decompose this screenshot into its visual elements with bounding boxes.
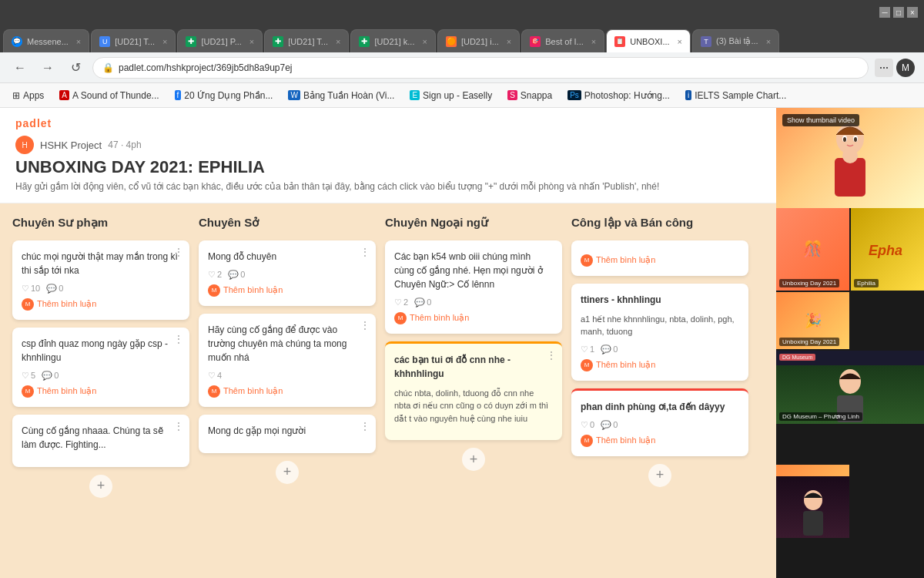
comment-btn-cl-1[interactable]: M Thêm bình luận [581, 254, 739, 267]
ext-icon-1[interactable]: ⋯ [875, 59, 893, 77]
padlet-subtitle: Hãy gửi gắm lời động viên, cổ vũ tới các… [15, 180, 761, 193]
tab-favicon-ud21-4: ✚ [359, 36, 370, 47]
tab-favicon-best: 🎯 [530, 36, 541, 47]
card-more-so-3[interactable]: ⋮ [360, 421, 370, 432]
url-bar[interactable]: 🔒 padlet.com/hshkproject/369jb5dh8a9up7e… [92, 57, 869, 79]
heart-icon-so-1[interactable]: ♡ 2 [208, 270, 222, 280]
card-sp-2: ⋮ csp đỉnh quaz mong ngày gặp csp - khnh… [12, 328, 189, 407]
minimize-button[interactable]: ─ [879, 7, 890, 18]
show-thumbnail-label[interactable]: Show thumbnail video [782, 114, 859, 126]
video-cell-4: DG Museum DG Museum – Phương Linh [776, 351, 924, 464]
tab-ud21-5[interactable]: 🟠 [UD21] i... × [437, 29, 520, 52]
tab-best[interactable]: 🎯 Best of I... × [521, 29, 604, 52]
close-button[interactable]: × [907, 7, 918, 18]
card-more-sp-2[interactable]: ⋮ [174, 334, 183, 344]
heart-icon-cl-3[interactable]: ♡ 0 [581, 420, 594, 430]
refresh-button[interactable]: ↺ [65, 57, 86, 79]
comment-icon-nn-1[interactable]: 💬 0 [414, 297, 431, 307]
bookmark-photoshop-label: Photoshop: Hướng... [584, 90, 670, 101]
heart-icon-sp-2[interactable]: ♡ 5 [22, 371, 35, 381]
bookmark-easelly[interactable]: E Sign up - Easelly [403, 87, 498, 104]
add-icon-so[interactable]: + [276, 461, 299, 484]
column-ngoai-ngu: Chuyên Ngoại ngữ Các bạn k54 wnb oiii ch… [385, 213, 562, 564]
tab-bai-tap[interactable]: T (3) Bài tậ... × [692, 29, 779, 52]
card-more-so-1[interactable]: ⋮ [360, 247, 370, 257]
add-icon-sp[interactable]: + [89, 475, 112, 498]
tab-close-ud21-1[interactable]: × [162, 37, 167, 46]
bookmark-ielts[interactable]: i IELTS Sample Chart... [679, 87, 792, 104]
comment-btn-sp-2[interactable]: M Thêm bình luận [22, 385, 180, 398]
card-actions-so-1: ♡ 2 💬 0 [208, 270, 367, 280]
lock-icon: 🔒 [102, 62, 114, 73]
avatar-nn-1: M [394, 312, 407, 324]
heart-icon-cl-2[interactable]: ♡ 1 [581, 344, 594, 355]
tab-close-ud21-4[interactable]: × [422, 37, 427, 46]
tab-ud21-3[interactable]: ✚ [UD21] T... × [264, 29, 349, 52]
col-add-sp[interactable]: + [12, 475, 189, 498]
comment-btn-so-1[interactable]: M Thêm bình luận [208, 284, 367, 297]
ext-icon-profile[interactable]: M [896, 59, 915, 77]
browser-chrome: ─ □ × 💬 Messene... × U [UD21] T... × ✚ [… [0, 0, 924, 108]
comment-btn-so-2[interactable]: M Thêm bình luận [208, 385, 367, 398]
comment-btn-cl-2[interactable]: M Thêm bình luận [581, 359, 739, 371]
card-more-so-2[interactable]: ⋮ [360, 320, 370, 331]
card-more-nn-2[interactable]: ⋮ [547, 350, 556, 361]
bookmark-ung-dung[interactable]: f 20 Ứng Dụng Phần... [169, 87, 280, 104]
col-add-so[interactable]: + [199, 461, 376, 484]
bookmark-apps[interactable]: ⊞ Apps [6, 87, 50, 104]
card-nn-2: ⋮ các bạn tui ơi đỗ cnn nhe - khhnhlingu… [385, 341, 562, 441]
padlet-stats: 47 · 4ph [108, 139, 141, 150]
padlet-header: padlet H HSHK Project 47 · 4ph UNBOXING … [0, 108, 776, 203]
heart-icon-sp-1[interactable]: ♡ 10 [22, 284, 40, 294]
tab-ud21-2[interactable]: ✚ [UD21] P... × [177, 29, 263, 52]
tab-close-unboxing[interactable]: × [678, 37, 682, 46]
bookmark-sound[interactable]: A A Sound of Thunde... [53, 87, 165, 104]
padlet-columns: Chuyên Sư phạm ⋮ chúc mọi người thật may… [0, 203, 776, 573]
tab-close-ud21-2[interactable]: × [249, 37, 254, 46]
col-add-nn[interactable]: + [385, 448, 562, 471]
svg-rect-11 [803, 511, 823, 536]
card-cl-1: M Thêm bình luận [571, 240, 748, 276]
tab-ud21-1[interactable]: U [UD21] T... × [91, 29, 176, 52]
card-text-cl-3: phan dinh phùng ơi,ta đến dâyyy [581, 400, 739, 414]
heart-icon-nn-1[interactable]: ♡ 2 [394, 297, 408, 307]
anime-character-icon [819, 116, 881, 200]
tab-close-ud21-5[interactable]: × [507, 37, 511, 46]
card-more-sp-3[interactable]: ⋮ [174, 421, 183, 432]
col-add-cl[interactable]: + [571, 464, 748, 487]
add-icon-cl[interactable]: + [648, 464, 671, 487]
padlet-area: padlet H HSHK Project 47 · 4ph UNBOXING … [0, 108, 776, 578]
bookmark-bang-tuan-label: Bảng Tuần Hoàn (Vi... [303, 90, 395, 101]
tab-close-ud21-3[interactable]: × [336, 37, 340, 46]
comment-icon-sp-2[interactable]: 💬 0 [42, 371, 59, 381]
window-controls[interactable]: ─ □ × [879, 7, 918, 18]
comment-icon-cl-2[interactable]: 💬 0 [601, 344, 618, 355]
forward-button[interactable]: → [37, 57, 59, 79]
comment-icon-sp-1[interactable]: 💬 0 [46, 284, 63, 294]
bookmark-photoshop[interactable]: Ps Photoshop: Hướng... [561, 87, 676, 104]
comment-btn-sp-1[interactable]: M Thêm bình luận [22, 298, 180, 311]
tab-close-best[interactable]: × [591, 37, 596, 46]
maximize-button[interactable]: □ [893, 7, 904, 18]
tab-messenger[interactable]: 💬 Messene... × [3, 29, 89, 52]
bookmark-snappa[interactable]: S Snappa [501, 87, 558, 104]
heart-icon-so-2[interactable]: ♡ 4 [208, 371, 222, 381]
card-text-so-2: Hãy cùng cố gắng để được vào trường chuy… [208, 323, 367, 365]
video-content-5 [776, 465, 849, 538]
tab-unboxing[interactable]: 📋 UNBOXI... × [606, 29, 691, 52]
card-text-sp-3: Cùng cố gắng nhaaa. Chúng ta sẽ làm được… [22, 424, 180, 452]
video-panel: Show thumbnail video 🎊 Unboxing Day 2021… [776, 108, 924, 578]
tab-close-bai-tap[interactable]: × [766, 37, 771, 46]
tab-close-messenger[interactable]: × [76, 37, 81, 46]
comment-icon-cl-3[interactable]: 💬 0 [601, 420, 618, 430]
tab-ud21-4[interactable]: ✚ [UD21] k... × [350, 29, 435, 52]
title-bar: ─ □ × [0, 0, 924, 25]
column-cong-lap-header: Công lập và Bán công [571, 213, 748, 233]
comment-btn-cl-3[interactable]: M Thêm bình luận [581, 435, 739, 447]
card-more-sp-1[interactable]: ⋮ [174, 247, 183, 257]
comment-icon-so-1[interactable]: 💬 0 [228, 270, 245, 280]
back-button[interactable]: ← [9, 57, 31, 79]
comment-btn-nn-1[interactable]: M Thêm bình luận [394, 312, 553, 324]
add-icon-nn[interactable]: + [462, 448, 485, 471]
bookmark-bang-tuan[interactable]: W Bảng Tuần Hoàn (Vi... [282, 87, 400, 104]
